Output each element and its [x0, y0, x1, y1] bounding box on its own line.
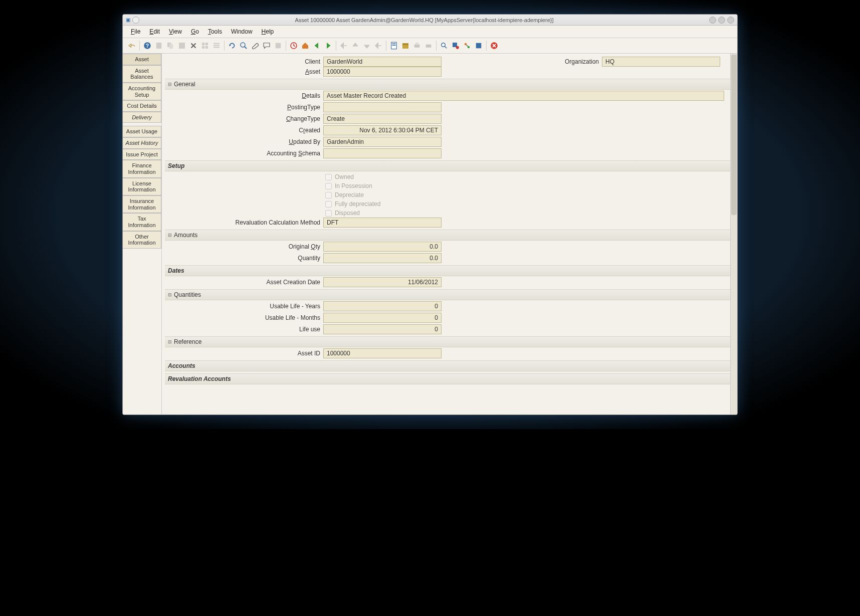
details-field[interactable]: Asset Master Record Created: [323, 91, 724, 101]
exit-icon[interactable]: [489, 41, 499, 51]
asset-field[interactable]: 1000000: [323, 67, 442, 77]
scrollbar-thumb[interactable]: [731, 55, 737, 215]
print-icon[interactable]: [412, 41, 422, 51]
disposed-checkbox[interactable]: Disposed: [165, 209, 732, 218]
section-general[interactable]: ⊟General: [165, 79, 732, 90]
multi-icon[interactable]: [273, 41, 283, 51]
section-reference[interactable]: ⊟Reference: [165, 336, 732, 347]
collapse-icon[interactable]: ⊟: [168, 233, 172, 238]
help-icon[interactable]: ?: [142, 41, 152, 51]
svg-rect-22: [415, 43, 418, 45]
workspace: Asset Asset Balances Accounting Setup Co…: [123, 54, 737, 415]
request-icon[interactable]: [451, 41, 461, 51]
forward-icon[interactable]: [323, 41, 333, 51]
sidebar-tab-issue-project[interactable]: Issue Project: [123, 149, 161, 160]
quantity-label: Quantity: [165, 255, 320, 262]
origqty-field[interactable]: 0.0: [323, 242, 442, 252]
print2-icon[interactable]: [423, 41, 434, 51]
history-icon[interactable]: [289, 41, 299, 51]
acctschema-field[interactable]: [323, 148, 442, 158]
save-icon[interactable]: [177, 41, 187, 51]
search-icon[interactable]: [239, 41, 249, 51]
creationdate-field[interactable]: 11/06/2012: [323, 277, 442, 287]
usablelife-years-field[interactable]: 0: [323, 301, 442, 311]
sidebar-tab-accounting-setup[interactable]: Accounting Setup: [123, 83, 161, 100]
section-amounts[interactable]: ⊟Amounts: [165, 230, 732, 241]
collapse-icon[interactable]: ⊟: [168, 82, 172, 87]
sidebar-tab-license-info[interactable]: License Information: [123, 178, 161, 195]
sidebar-tab-finance-info[interactable]: Finance Information: [123, 160, 161, 177]
depreciate-checkbox[interactable]: Depreciate: [165, 190, 732, 199]
maximize-button[interactable]: [718, 17, 725, 24]
sidebar-tab-asset-history[interactable]: Asset History: [123, 137, 161, 149]
delete-icon[interactable]: [188, 41, 198, 51]
svg-rect-20: [402, 44, 408, 45]
client-field[interactable]: GardenWorld: [323, 57, 442, 67]
fullydepr-checkbox[interactable]: Fully depreciated: [165, 199, 732, 209]
collapse-icon[interactable]: ⊟: [168, 292, 172, 297]
svg-rect-7: [205, 43, 208, 45]
lifeuse-field[interactable]: 0: [323, 324, 442, 334]
workflow-icon[interactable]: [462, 41, 472, 51]
assetid-label: Asset ID: [165, 350, 320, 357]
back-icon[interactable]: [312, 41, 322, 51]
assetid-field[interactable]: 1000000: [323, 348, 442, 358]
sidebar-tab-insurance-info[interactable]: Insurance Information: [123, 195, 161, 213]
last-icon[interactable]: [373, 41, 383, 51]
close-button[interactable]: [727, 17, 734, 24]
svg-point-24: [442, 43, 446, 47]
usablelife-years-label: Usable Life - Years: [165, 303, 320, 310]
down-icon[interactable]: [362, 41, 372, 51]
refresh-icon[interactable]: [227, 41, 237, 51]
grid-icon[interactable]: [200, 41, 210, 51]
new-icon[interactable]: [154, 41, 164, 51]
owned-checkbox[interactable]: Owned: [165, 172, 732, 181]
menu-help[interactable]: Help: [258, 27, 278, 36]
undo-icon[interactable]: [127, 41, 137, 51]
svg-rect-21: [414, 45, 420, 48]
section-quantities[interactable]: ⊟Quantities: [165, 289, 732, 300]
sidebar-tab-asset-usage[interactable]: Asset Usage: [123, 126, 161, 137]
app-icon: ▣: [126, 17, 130, 23]
postingtype-field[interactable]: [323, 102, 442, 112]
usablelife-months-label: Usable Life - Months: [165, 314, 320, 321]
inpossession-checkbox[interactable]: In Possession: [165, 181, 732, 190]
quantity-field[interactable]: 0.0: [323, 253, 442, 263]
home-icon[interactable]: [300, 41, 310, 51]
first-icon[interactable]: [339, 41, 349, 51]
chat-icon[interactable]: [262, 41, 272, 51]
list-icon[interactable]: [211, 41, 222, 51]
revalmethod-label: Revaluation Calculation Method: [165, 219, 320, 226]
usablelife-months-field[interactable]: 0: [323, 313, 442, 323]
up-icon[interactable]: [350, 41, 360, 51]
sidebar-tab-asset-balances[interactable]: Asset Balances: [123, 65, 161, 83]
scrollbar[interactable]: [730, 54, 737, 415]
updatedby-field[interactable]: GardenAdmin: [323, 137, 442, 147]
archive-icon[interactable]: [400, 41, 410, 51]
menu-edit[interactable]: Edit: [145, 27, 164, 36]
menu-file[interactable]: File: [127, 27, 144, 36]
sidebar-tab-cost-details[interactable]: Cost Details: [123, 100, 161, 112]
menu-view[interactable]: View: [165, 27, 186, 36]
sidebar-tab-other-info[interactable]: Other Information: [123, 231, 161, 249]
sidebar-tab-delivery[interactable]: Delivery: [123, 112, 161, 123]
menu-tools[interactable]: Tools: [204, 27, 226, 36]
sidebar-tab-tax-info[interactable]: Tax Information: [123, 213, 161, 231]
zoom-icon[interactable]: [439, 41, 449, 51]
revalmethod-field[interactable]: DFT: [323, 218, 442, 228]
created-field[interactable]: Nov 6, 2012 6:30:04 PM CET: [323, 125, 442, 135]
sidebar-tab-asset[interactable]: Asset: [123, 54, 161, 65]
changetype-field[interactable]: Create: [323, 114, 442, 124]
collapse-icon[interactable]: ⊟: [168, 339, 172, 344]
report-icon[interactable]: [389, 41, 399, 51]
menu-go[interactable]: Go: [187, 27, 203, 36]
menu-window[interactable]: Window: [227, 27, 257, 36]
minimize-button[interactable]: [709, 17, 716, 24]
organization-label: Organization: [565, 58, 599, 65]
product-icon[interactable]: [474, 41, 484, 51]
copy-icon[interactable]: [165, 41, 175, 51]
attachment-icon[interactable]: [250, 41, 260, 51]
postingtype-label: PostingType: [165, 104, 320, 111]
svg-rect-29: [476, 43, 482, 49]
organization-field[interactable]: HQ: [602, 57, 720, 67]
